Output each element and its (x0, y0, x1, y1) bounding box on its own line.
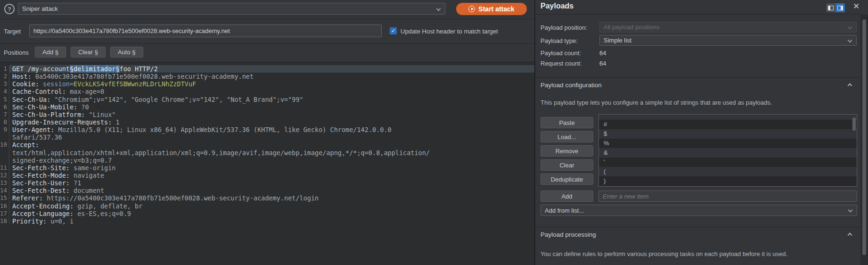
add-from-list-value: Add from list... (545, 207, 584, 214)
add-payload-button[interactable]: Add (540, 190, 593, 202)
request-line[interactable]: 16Accept-Encoding: gzip, deflate, br (0, 202, 534, 210)
request-line[interactable]: 12Sec-Fetch-Mode: navigate (0, 172, 534, 179)
request-line[interactable]: 9User-Agent: Mozilla/5.0 (X11; Linux x86… (0, 126, 534, 133)
positions-button[interactable]: Add § (35, 47, 66, 58)
line-number: 6 (0, 103, 9, 111)
request-line[interactable]: 2Host: 0a5400c303e417a780fb71e500ef0028.… (0, 73, 534, 80)
burp-intruder-window: ? Sniper attack Start attack Target ✓ Up… (0, 0, 868, 265)
request-line[interactable]: signed-exchange;v=b3;q=0.7 (0, 157, 534, 164)
payload-type-label: Payload type: (540, 37, 578, 44)
start-attack-button[interactable]: Start attack (456, 3, 527, 15)
close-icon[interactable]: ✕ (853, 1, 860, 11)
paste-button[interactable]: Paste (540, 117, 593, 128)
target-label: Target (4, 28, 21, 35)
payload-position-select: All payload positions (599, 22, 857, 33)
check-icon: ✓ (391, 28, 395, 34)
request-line[interactable]: 18Priority: u=0, i (0, 217, 534, 225)
request-count-label: Request count: (540, 60, 581, 67)
line-content: User-Agent: Mozilla/5.0 (X11; Linux x86_… (9, 126, 534, 133)
request-line[interactable]: 10Accept: (0, 141, 534, 149)
line-number: 4 (0, 88, 9, 95)
update-host-label: Update Host header to match target (401, 28, 498, 35)
positions-button[interactable]: Clear § (71, 47, 106, 58)
layout-toggle-group (826, 3, 845, 12)
request-line[interactable]: 14Sec-Fetch-Dest: document (0, 187, 534, 194)
request-line[interactable]: 8Upgrade-Insecure-Requests: 1 (0, 118, 534, 126)
request-line[interactable]: 3Cookie: session=EVckLKS4vfEfSBWwnzRLDrL… (0, 80, 534, 88)
attack-type-select[interactable]: Sniper attack (18, 3, 445, 15)
panel-scrollbar-thumb[interactable] (862, 19, 866, 255)
line-number: 18 (0, 217, 9, 225)
layout-right-toggle-button[interactable] (835, 3, 845, 12)
request-line[interactable]: 15Referer: https://0a5400c303e417a780fb7… (0, 194, 534, 202)
line-content: Sec-Fetch-Dest: document (9, 187, 534, 194)
line-content: GET /my-account§delimitador§foo HTTP/2 (9, 65, 534, 73)
payload-configuration-description: This payload type lets you configure a s… (540, 99, 772, 106)
request-line[interactable]: 1GET /my-account§delimitador§foo HTTP/2 (0, 65, 534, 73)
line-content: Sec-Ch-Ua-Platform: "Linux" (9, 111, 534, 118)
line-number: 11 (0, 164, 9, 172)
request-line[interactable]: 17Accept-Language: es-ES,es;q=0.9 (0, 210, 534, 217)
payload-list[interactable]: "#$%&'() (598, 114, 857, 187)
clear-button[interactable]: Clear (540, 159, 593, 171)
chevron-down-icon (848, 25, 852, 30)
line-content: Sec-Ch-Ua: "Chromium";v="142", "Google C… (9, 96, 534, 103)
line-content: Accept: (9, 141, 534, 149)
request-line[interactable]: 6Sec-Ch-Ua-Mobile: ?0 (0, 103, 534, 111)
line-content: Accept-Language: es-ES,es;q=0.9 (9, 210, 534, 217)
help-icon[interactable]: ? (4, 4, 15, 14)
payload-position-value: All payload positions (604, 24, 660, 31)
line-number (0, 133, 9, 141)
chevron-up-icon[interactable] (848, 83, 852, 88)
line-number: 1 (0, 65, 9, 73)
line-number (0, 149, 9, 157)
payload-list-scrollbar-thumb[interactable] (852, 117, 856, 131)
line-content: Safari/537.36 (9, 133, 534, 141)
line-number: 13 (0, 179, 9, 187)
payload-list-item[interactable]: " (599, 114, 857, 120)
request-line[interactable]: 13Sec-Fetch-User: ?1 (0, 179, 534, 187)
chevron-up-icon[interactable] (848, 233, 852, 238)
payload-type-select[interactable]: Simple list (599, 35, 857, 46)
new-payload-input[interactable] (598, 190, 857, 202)
line-number: 16 (0, 202, 9, 210)
line-number: 2 (0, 73, 9, 80)
update-host-checkbox[interactable]: ✓ (390, 27, 397, 34)
chevron-down-icon (436, 7, 441, 11)
layout-left-toggle-button[interactable] (826, 3, 835, 12)
request-line[interactable]: Safari/537.36 (0, 133, 534, 141)
positions-label: Positions (4, 49, 29, 56)
line-content: Accept-Encoding: gzip, deflate, br (9, 202, 534, 210)
remove-button[interactable]: Remove (540, 145, 593, 157)
line-content: Upgrade-Insecure-Requests: 1 (9, 118, 534, 126)
divider (535, 227, 860, 227)
positions-button[interactable]: Auto § (110, 47, 143, 58)
payloads-panel: Payloads ✕ Payload position: All payload… (534, 0, 868, 265)
request-line[interactable]: 4Cache-Control: max-age=0 (0, 88, 534, 95)
request-line[interactable]: 5Sec-Ch-Ua: "Chromium";v="142", "Google … (0, 96, 534, 103)
payload-list-item[interactable]: ) (599, 176, 857, 186)
payload-list-item[interactable]: % (599, 139, 857, 148)
payload-position-label: Payload position: (540, 24, 587, 31)
payload-list-item[interactable]: & (599, 148, 857, 157)
payload-list-item[interactable]: ( (599, 167, 857, 176)
panel-scrollbar-track[interactable] (860, 15, 868, 265)
payload-list-item[interactable]: # (599, 120, 857, 129)
line-number (0, 157, 9, 164)
add-from-list-select[interactable]: Add from list... (540, 205, 857, 216)
line-content: Sec-Fetch-Mode: navigate (9, 172, 534, 179)
payload-list-item[interactable]: ' (599, 157, 857, 167)
payload-list-item[interactable]: $ (599, 129, 857, 139)
load-button[interactable]: Load... (540, 131, 593, 142)
request-line[interactable]: 11Sec-Fetch-Site: same-origin (0, 164, 534, 172)
deduplicate-button[interactable]: Deduplicate (540, 174, 593, 185)
line-number: 7 (0, 111, 9, 118)
target-url-input[interactable] (29, 25, 382, 37)
request-line[interactable]: 7Sec-Ch-Ua-Platform: "Linux" (0, 111, 534, 118)
line-number: 10 (0, 141, 9, 149)
payloads-title: Payloads (540, 2, 573, 10)
request-line[interactable]: text/html,application/xhtml+xml,applicat… (0, 149, 534, 157)
request-editor[interactable]: 1GET /my-account§delimitador§foo HTTP/22… (0, 62, 534, 265)
payload-count-value: 64 (599, 50, 606, 57)
line-number: 15 (0, 194, 9, 202)
